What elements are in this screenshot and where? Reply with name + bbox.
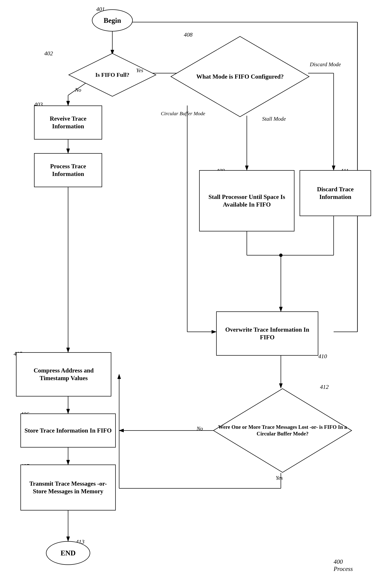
process-label: 400 Process bbox=[334, 558, 353, 573]
process-discard-trace: Discard Trace Information bbox=[300, 170, 371, 216]
svg-point-19 bbox=[279, 254, 282, 257]
process-transmit-trace: Transmit Trace Messages -or- Store Messa… bbox=[20, 465, 116, 511]
label-yes-q402: Yes bbox=[136, 67, 143, 73]
label-402: 402 bbox=[44, 50, 53, 57]
label-410: 410 bbox=[318, 353, 327, 360]
label-no-q412: No bbox=[196, 425, 203, 432]
flowchart-diagram: 401 Begin 402 Is FIFO Full? 403 Reveive … bbox=[0, 0, 392, 584]
process-compress-address: Compress Address and Timestamp Values bbox=[16, 352, 111, 397]
decision-fifo-full: Is FIFO Full? bbox=[68, 53, 156, 97]
label-stall: Stall Mode bbox=[262, 116, 286, 122]
process-receive-trace: Reveive Trace Information bbox=[34, 105, 102, 139]
label-yes-q412: Yes bbox=[276, 475, 283, 481]
label-no-q402: No bbox=[75, 87, 81, 93]
process-store-trace: Store Trace Information In FIFO bbox=[20, 414, 116, 448]
process-stall-processor: Stall Processor Until Space Is Available… bbox=[199, 170, 294, 231]
end-node: END bbox=[46, 541, 90, 565]
process-overwrite-trace: Overwrite Trace Information In FIFO bbox=[216, 311, 318, 356]
begin-node: Begin bbox=[92, 9, 133, 31]
label-circular: Circular Buffer Mode bbox=[161, 111, 205, 116]
process-trace-info: Process Trace Information bbox=[34, 153, 102, 187]
decision-trace-lost: Were One or More Trace Messages Lost -or… bbox=[213, 388, 352, 473]
decision-fifo-mode: What Mode is FIFO Configured? bbox=[170, 36, 310, 117]
label-discard: Discard Mode bbox=[310, 61, 341, 67]
